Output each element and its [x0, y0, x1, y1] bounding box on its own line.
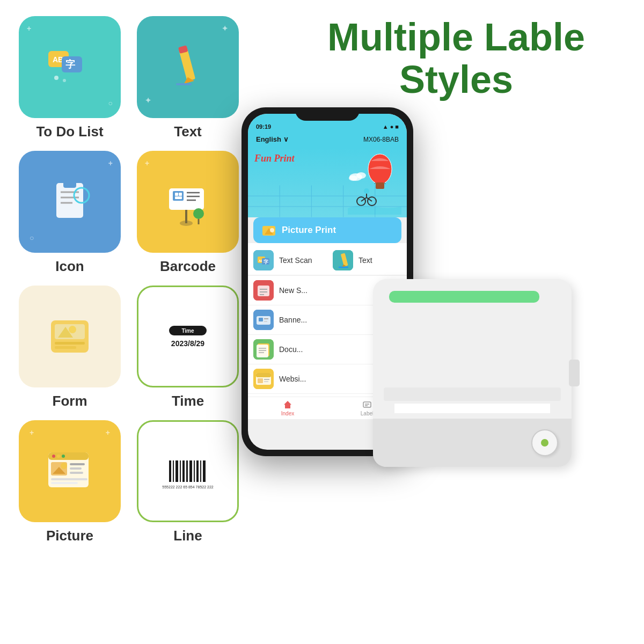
picture-print-label: Picture Print [282, 225, 336, 236]
svg-rect-109 [257, 345, 268, 357]
grid-row-3: Form Time 2023/8/29 Time [16, 286, 263, 409]
svg-marker-119 [284, 401, 291, 408]
printer-side-button[interactable] [569, 360, 580, 386]
svg-point-25 [180, 221, 193, 226]
svg-text:字: 字 [264, 259, 269, 265]
bottom-nav-index[interactable]: Index [248, 400, 327, 416]
menu-item-text[interactable]: Text [327, 246, 407, 275]
picture-icon-box: + + [19, 420, 121, 522]
svg-rect-57 [194, 460, 195, 482]
page-title-line2: Styles [279, 58, 633, 101]
printer-status-strip [389, 291, 539, 303]
form-template-icon [43, 310, 97, 363]
time-label-icon: Time 2023/8/29 [161, 310, 215, 363]
phone-banner: Fun Print [248, 148, 407, 217]
svg-rect-59 [200, 460, 201, 482]
svg-rect-17 [173, 191, 184, 201]
svg-rect-101 [257, 316, 270, 325]
printer-power-button[interactable] [531, 429, 558, 456]
svg-rect-51 [173, 460, 174, 482]
picture-label: Picture [46, 528, 93, 544]
document-icon [253, 339, 274, 360]
svg-point-5 [63, 79, 66, 82]
grid-item-time: Time 2023/8/29 Time [134, 286, 241, 409]
icon-document-icon [43, 175, 97, 229]
menu-item-text-scan[interactable]: AB 字 Text Scan [248, 246, 327, 275]
printer-device [365, 279, 580, 521]
grid-item-barcode: + [134, 151, 241, 275]
svg-point-26 [193, 208, 204, 219]
svg-rect-58 [196, 460, 199, 482]
svg-point-85 [270, 228, 274, 232]
form-label: Form [53, 393, 87, 409]
printer-power-led [541, 439, 548, 447]
svg-text:Time: Time [181, 328, 194, 334]
line-icon-box: 555222 222 65 854 78522 222 [137, 420, 239, 522]
phone-time: 09:19 [256, 123, 271, 130]
label-styles-grid: + ○ AB 字 To Do List ✦ ✦ [16, 16, 263, 555]
todo-icon: AB 字 [43, 40, 97, 94]
printer-slot-area [384, 387, 561, 413]
icon-icon-box: + ○ [19, 151, 121, 253]
barcode-label: Barcode [160, 258, 216, 275]
svg-point-40 [57, 455, 60, 458]
svg-rect-45 [70, 463, 85, 465]
text-scan-label: Text Scan [279, 256, 312, 265]
svg-rect-18 [175, 193, 178, 196]
text-label: Text [174, 123, 202, 140]
svg-rect-46 [70, 467, 82, 470]
svg-text:字: 字 [65, 58, 76, 70]
grid-row-1: + ○ AB 字 To Do List ✦ ✦ [16, 16, 263, 140]
website-icon [253, 369, 274, 389]
svg-rect-116 [258, 378, 263, 383]
picture-print-button[interactable]: Picture Print [253, 217, 401, 243]
svg-point-41 [62, 455, 65, 458]
printer-bottom-section [373, 419, 572, 467]
svg-text:2023/8/29: 2023/8/29 [171, 339, 204, 348]
svg-rect-49 [51, 482, 78, 484]
svg-point-4 [54, 76, 58, 80]
phone-nav-bar: English ∨ MX06-8BAB [248, 133, 407, 148]
text-menu-label: Text [358, 256, 372, 265]
time-icon-box: Time 2023/8/29 [137, 286, 239, 387]
todo-icon-box: + ○ AB 字 [19, 16, 121, 118]
banner-icon [253, 310, 274, 330]
svg-point-44 [61, 463, 67, 469]
grid-row-2: + ○ Icon + [16, 151, 263, 275]
svg-rect-32 [55, 342, 85, 345]
time-label: Time [172, 393, 204, 409]
text-menu-icon [333, 250, 353, 270]
grid-row-4: + + [16, 420, 263, 544]
grid-item-line: 555222 222 65 854 78522 222 Line [134, 420, 241, 544]
svg-point-76 [349, 175, 357, 181]
barcode-icon-box: + [137, 151, 239, 253]
title-area: Multiple Lable Styles [279, 16, 633, 101]
line-label: Line [173, 528, 202, 544]
svg-rect-48 [51, 478, 87, 480]
new-label: New S... [279, 286, 308, 295]
new-icon [253, 280, 274, 301]
svg-point-75 [356, 172, 366, 179]
svg-rect-56 [189, 460, 192, 482]
text-pencil-icon [161, 40, 215, 94]
svg-rect-20 [175, 196, 182, 199]
svg-rect-60 [203, 460, 206, 482]
picture-print-icon [261, 223, 276, 238]
barcode-sign-icon [161, 175, 215, 229]
svg-rect-33 [55, 346, 76, 349]
svg-rect-102 [259, 318, 263, 321]
svg-rect-50 [169, 460, 171, 482]
phone-device-id: MX06-8BAB [363, 136, 399, 143]
picture-template-icon [43, 444, 97, 498]
printer-slot [384, 387, 561, 401]
grid-item-form: Form [16, 286, 123, 409]
svg-rect-55 [186, 460, 188, 482]
svg-point-31 [69, 326, 76, 333]
document-label: Docu... [279, 345, 303, 354]
map-grid [248, 185, 407, 217]
printer-paper-out [394, 404, 550, 413]
text-icon-box: ✦ ✦ [137, 16, 239, 118]
phone-language: English ∨ [256, 135, 289, 143]
home-icon [283, 400, 292, 409]
svg-point-39 [52, 455, 55, 458]
